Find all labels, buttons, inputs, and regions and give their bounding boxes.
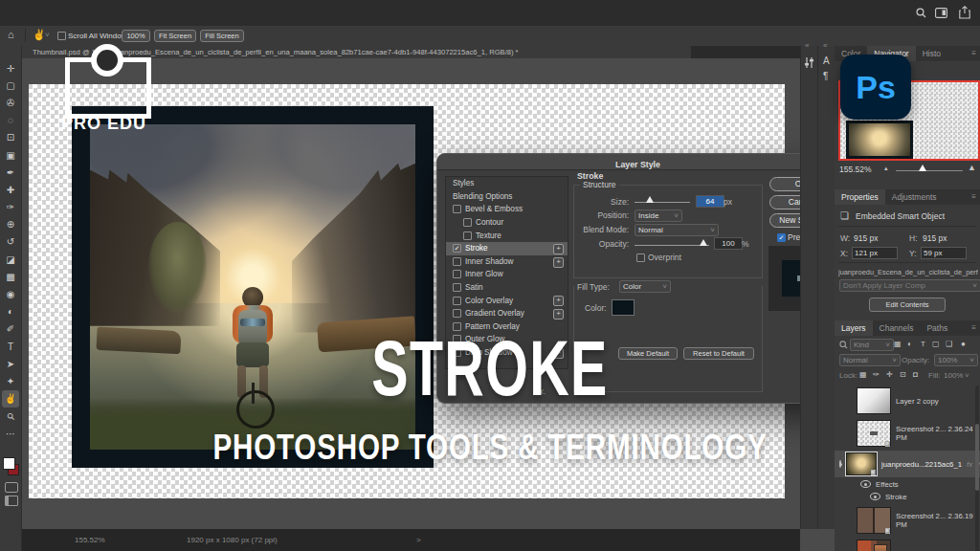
history-brush-tool[interactable]: ↺ bbox=[2, 233, 19, 251]
quick-selection-tool[interactable]: ◌ bbox=[2, 112, 19, 129]
brush-tool[interactable]: ✑ bbox=[2, 199, 19, 216]
lock-pixels-icon[interactable]: ✑ bbox=[873, 370, 880, 379]
opacity-slider[interactable] bbox=[635, 245, 709, 246]
preview-checkbox[interactable]: ✓ bbox=[777, 233, 786, 242]
filter-smart-object-icon[interactable]: ❏ bbox=[946, 340, 952, 348]
style-item-inner-glow[interactable]: Inner Glow bbox=[446, 268, 568, 281]
sliders-panel-icon[interactable] bbox=[804, 57, 814, 68]
share-icon[interactable] bbox=[959, 6, 970, 19]
navigator-zoom-thumb[interactable] bbox=[919, 165, 926, 171]
eyedropper-tool[interactable]: ✒ bbox=[2, 164, 19, 181]
scroll-all-windows-checkbox[interactable] bbox=[57, 32, 66, 40]
layers-filter-select[interactable]: Kind ˅ bbox=[850, 339, 894, 351]
filter-type-icon[interactable]: T bbox=[921, 340, 925, 348]
layer-row-layer2copy[interactable]: Layer 2 copy bbox=[835, 386, 980, 416]
healing-brush-tool[interactable]: ✚ bbox=[2, 181, 19, 198]
navigator-zoom-out-icon[interactable]: ▴ bbox=[884, 165, 888, 172]
properties-menu-icon[interactable]: ≡ bbox=[971, 192, 976, 201]
layer2copy-thumbnail[interactable] bbox=[857, 387, 891, 414]
stroke-effect-visibility-icon[interactable] bbox=[870, 493, 880, 500]
inner-shadow-add-icon[interactable]: + bbox=[553, 257, 564, 268]
collapse-icon[interactable]: « bbox=[805, 41, 809, 50]
lock-all-icon[interactable]: ◘ bbox=[913, 370, 918, 379]
move-tool[interactable]: ✛ bbox=[2, 59, 19, 77]
navigator-zoom-slider[interactable] bbox=[896, 170, 963, 171]
layers-scrollbar[interactable] bbox=[975, 386, 979, 551]
opacity-value-field[interactable]: 100 bbox=[714, 237, 743, 250]
tab-layers[interactable]: Layers bbox=[835, 320, 873, 336]
y-value-field[interactable]: 59 px bbox=[921, 247, 967, 259]
screen-mode-button[interactable] bbox=[5, 496, 18, 506]
layers-opacity-select[interactable]: 100% ˅ bbox=[934, 354, 978, 366]
navigator-menu-icon[interactable]: ≡ bbox=[971, 49, 976, 57]
tab-adjustments[interactable]: Adjustments bbox=[885, 189, 944, 205]
gradient-overlay-add-icon[interactable]: + bbox=[553, 309, 564, 320]
lock-transparency-icon[interactable]: ▦ bbox=[859, 370, 867, 379]
inner-glow-checkbox[interactable] bbox=[453, 270, 461, 278]
size-slider[interactable] bbox=[635, 202, 690, 203]
search-icon[interactable] bbox=[916, 8, 926, 18]
marquee-tool[interactable]: ▢ bbox=[2, 77, 19, 94]
lock-position-icon[interactable]: ✛ bbox=[886, 370, 893, 379]
style-item-blending-options[interactable]: Blending Options bbox=[446, 190, 568, 204]
style-item-color-overlay[interactable]: Color Overlay+ bbox=[446, 294, 568, 307]
satin-checkbox[interactable] bbox=[453, 283, 461, 292]
tab-paths[interactable]: Paths bbox=[920, 320, 954, 336]
layer-row-smart-object[interactable]: smart object bbox=[835, 538, 980, 551]
type-tool[interactable]: T bbox=[2, 338, 19, 355]
gradient-overlay-checkbox[interactable] bbox=[453, 309, 461, 318]
tab-history[interactable]: Histo bbox=[916, 46, 947, 61]
pen-tool[interactable]: ✐ bbox=[2, 320, 19, 338]
stroke-checkbox[interactable]: ✓ bbox=[453, 244, 461, 253]
stroke-color-swatch[interactable] bbox=[612, 299, 635, 316]
style-item-bevel-emboss[interactable]: Bevel & Emboss bbox=[446, 203, 568, 216]
layer-comp-select[interactable]: Don't Apply Layer Comp ˅ bbox=[839, 279, 980, 292]
lock-artboard-icon[interactable]: ⊡ bbox=[900, 370, 906, 379]
photo-layer[interactable] bbox=[72, 106, 434, 468]
foreground-color-swatch[interactable] bbox=[3, 457, 15, 470]
style-item-gradient-overlay[interactable]: Gradient Overlay+ bbox=[446, 307, 568, 320]
edit-contents-button[interactable]: Edit Contents bbox=[869, 298, 946, 312]
navigator-zoom-value[interactable]: 155.52% bbox=[839, 165, 872, 174]
status-zoom[interactable]: 155.52% bbox=[75, 536, 105, 544]
effects-visibility-icon[interactable] bbox=[860, 480, 871, 488]
fit-screen-button[interactable]: Fit Screen bbox=[154, 30, 196, 42]
filter-pixel-icon[interactable]: ▦ bbox=[894, 340, 902, 348]
blend-mode-select[interactable]: Normal˅ bbox=[635, 224, 719, 236]
color-overlay-checkbox[interactable] bbox=[453, 297, 461, 305]
hand-tool-preset-icon[interactable]: ✌ bbox=[33, 29, 46, 41]
color-overlay-add-icon[interactable]: + bbox=[553, 296, 564, 306]
stroke-add-icon[interactable]: + bbox=[553, 244, 564, 254]
layer-fx-icon[interactable]: fx bbox=[967, 460, 972, 469]
dialog-titlebar[interactable]: Layer Style bbox=[437, 154, 838, 170]
path-selection-tool[interactable]: ➤ bbox=[2, 355, 19, 372]
blur-tool[interactable]: ◉ bbox=[2, 285, 19, 302]
style-item-texture[interactable]: Texture bbox=[446, 229, 568, 242]
inner-shadow-checkbox[interactable] bbox=[453, 257, 461, 266]
frame-tool[interactable]: ▣ bbox=[2, 146, 19, 164]
collapse-icon-2[interactable]: « bbox=[823, 41, 827, 50]
crop-tool[interactable]: ⊡ bbox=[2, 129, 19, 146]
layer-row-effects[interactable]: Effects bbox=[835, 478, 980, 490]
position-select[interactable]: Inside˅ bbox=[635, 209, 682, 222]
home-icon[interactable]: ⌂ bbox=[8, 29, 14, 40]
fill-screen-button[interactable]: Fill Screen bbox=[200, 30, 244, 42]
eraser-tool[interactable]: ◪ bbox=[2, 251, 19, 268]
shape-tool[interactable]: ✦ bbox=[2, 372, 19, 389]
hand-preset-chevron-icon[interactable]: ˅ bbox=[45, 31, 50, 39]
style-item-contour[interactable]: Contour bbox=[446, 216, 568, 230]
zoom-100-button[interactable]: 100% bbox=[122, 30, 150, 42]
bevel-emboss-checkbox[interactable] bbox=[453, 205, 461, 213]
contour-checkbox[interactable] bbox=[463, 218, 472, 227]
layers-blend-mode-select[interactable]: Normal ˅ bbox=[839, 354, 901, 366]
layer-row-stroke-effect[interactable]: Stroke bbox=[835, 491, 980, 502]
x-value-field[interactable]: 121 px bbox=[852, 247, 898, 259]
layers-menu-icon[interactable]: ≡ bbox=[971, 323, 976, 332]
style-item-satin[interactable]: Satin bbox=[446, 281, 568, 295]
style-item-inner-shadow[interactable]: Inner Shadow+ bbox=[446, 255, 568, 269]
tab-properties[interactable]: Properties bbox=[835, 189, 885, 205]
filter-toggle-icon[interactable]: ● bbox=[961, 340, 966, 348]
size-slider-thumb[interactable] bbox=[646, 196, 654, 203]
overprint-checkbox[interactable] bbox=[636, 253, 645, 262]
texture-checkbox[interactable] bbox=[463, 231, 472, 240]
